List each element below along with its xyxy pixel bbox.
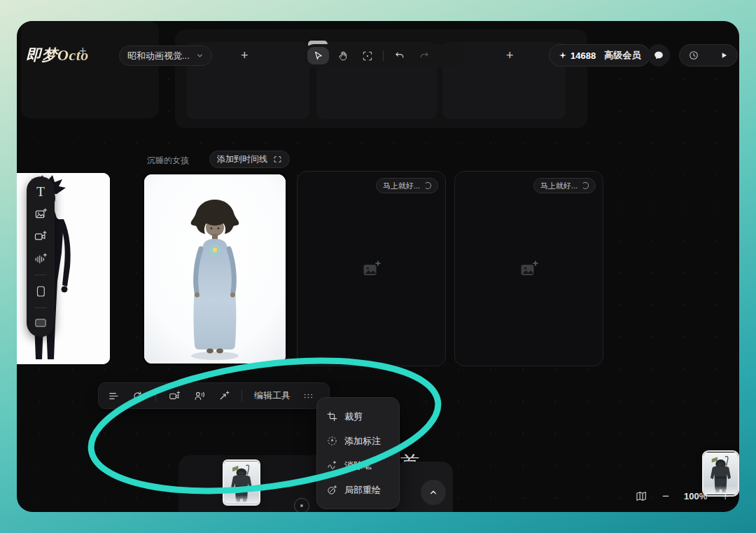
text-tool-button[interactable]: T [36,185,45,198]
image-placeholder-icon [519,261,538,277]
regenerate-button[interactable] [132,390,144,402]
redo-button[interactable] [413,47,435,64]
toolbar-divider [34,275,47,275]
add-audio-button[interactable] [34,252,48,265]
chevron-up-icon [428,487,439,498]
app-window: + 即梦Octo 昭和动画视觉... + [17,21,739,512]
add-node-button[interactable]: + [506,49,514,62]
history-play-pill [679,44,738,67]
project-selector[interactable]: 昭和动画视觉... [119,46,212,66]
card-title: 沉睡的女孩 [147,155,189,167]
pending-badge-label: 马上就好... [540,181,578,191]
app-logo: 即梦Octo [26,45,89,66]
add-to-timeline-label: 添加到时间线 [217,153,267,165]
toolbar-divider [383,50,384,61]
corner-thumbnail[interactable] [702,450,739,497]
dot-icon [300,504,303,507]
warrior-thumbnail-image [704,452,738,495]
play-icon[interactable] [719,50,729,60]
focus-frame-icon [362,50,373,62]
pending-badge-label: 马上就好... [383,181,420,191]
history-clock-icon[interactable] [688,50,699,61]
image-card-sleeping-girl[interactable] [142,172,288,366]
warrior-thumbnail-image [224,461,259,504]
spark-star-icon [559,51,567,60]
zoom-out-button[interactable]: − [662,490,669,502]
pending-badge: 马上就好... [376,178,438,193]
collapsed-node-handle[interactable] [294,498,309,512]
timeline-thumbnail[interactable] [223,459,260,506]
landscape-frame-button[interactable] [34,317,48,328]
expand-panel-button[interactable] [421,480,446,505]
menu-item-label: 局部重绘 [344,484,381,497]
empty-generation-card[interactable]: 马上就好... [297,171,446,366]
menu-item-eraser[interactable]: 消除笔 [317,453,399,478]
edit-tools-button[interactable]: 编辑工具 [254,389,290,402]
page: { "header": { "logo": "即梦Octo", "project… [0,0,756,533]
toolbar-divider [34,307,47,308]
edit-tools-menu: 裁剪 添加标注 消除笔 [316,397,400,509]
hand-icon [337,50,349,62]
menu-item-label: 消除笔 [344,459,372,472]
credits-pill[interactable]: 14688 高级会员 [549,44,650,67]
selection-action-toolbar: 编辑工具 [98,382,330,409]
insert-toolbar: T [27,176,55,337]
add-board-button[interactable]: + [241,49,248,62]
cursor-icon [313,50,324,62]
lip-sync-button[interactable] [193,390,206,402]
timeline-frame-icon [273,155,282,163]
toolbar-divider [155,390,156,401]
credits-amount: 14688 [559,50,596,61]
upscale-button[interactable] [218,390,230,402]
loading-spinner-icon [582,182,589,189]
toolbar-divider [241,390,242,401]
menu-item-label: 添加标注 [344,435,381,448]
menu-item-inpaint[interactable]: 局部重绘 [317,478,399,502]
menu-item-crop[interactable]: 裁剪 [317,404,399,429]
redo-icon [419,50,430,62]
add-video-button[interactable] [34,230,48,243]
menu-item-annotate[interactable]: 添加标注 [317,429,399,453]
chevron-down-icon [196,52,204,60]
sleeping-girl-image [144,174,286,364]
pending-badge: 马上就好... [533,178,596,193]
more-tools-icon[interactable] [302,391,314,401]
canvas-toolbar [303,44,463,67]
make-video-button[interactable] [168,390,181,402]
loading-spinner-icon [424,182,431,189]
hand-tool-button[interactable] [332,47,354,64]
adjust-layers-button[interactable] [108,390,120,402]
minimap-icon[interactable] [636,490,648,502]
empty-generation-card[interactable]: 马上就好... [454,171,603,366]
inpaint-icon [327,485,337,495]
portrait-frame-button[interactable] [34,284,47,298]
frame-select-tool-button[interactable] [356,47,378,64]
menu-item-label: 裁剪 [344,410,363,423]
add-to-timeline-button[interactable]: 添加到时间线 [209,151,290,168]
chat-bubble-icon [653,50,664,61]
eraser-pen-icon [327,460,337,471]
ghost-board-left[interactable] [21,21,159,118]
crop-icon [327,411,337,422]
project-name: 昭和动画视觉... [127,50,190,62]
feedback-button[interactable] [648,44,670,67]
undo-button[interactable] [388,47,410,64]
select-tool-button[interactable] [307,47,329,64]
annotate-icon [327,436,337,446]
undo-icon [394,50,405,62]
add-image-button[interactable] [34,207,48,221]
membership-badge: 高级会员 [604,49,640,62]
image-placeholder-icon [362,261,381,277]
